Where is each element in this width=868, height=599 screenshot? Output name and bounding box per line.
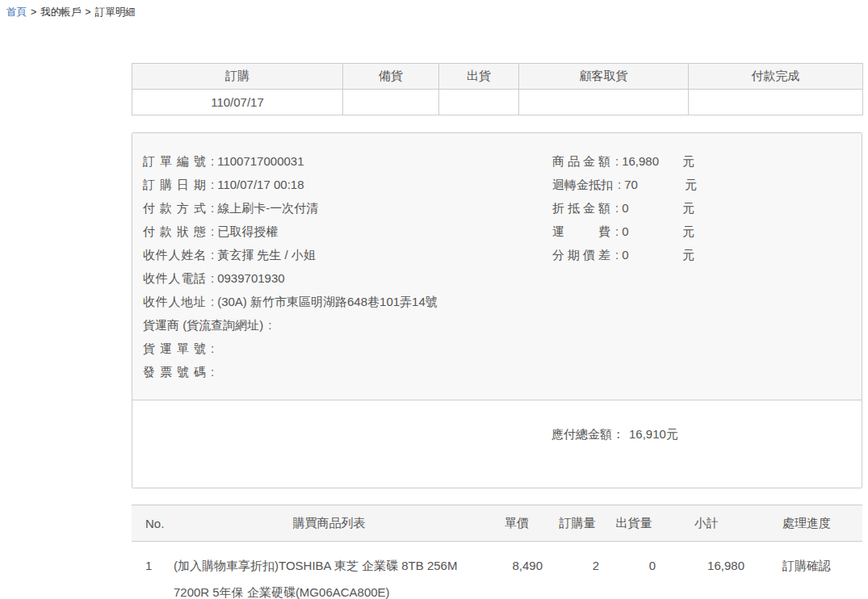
field-value: 已取得授權 — [217, 224, 278, 238]
product-header-name: 購買商品列表 — [174, 505, 484, 542]
field-label: 運費 — [552, 220, 610, 243]
status-value-ordered-date: 110/07/17 — [132, 90, 343, 115]
order-info-left-column: 訂單編號:1100717000031 訂購日期:110/07/17 00:18 … — [143, 149, 552, 383]
field-value: 線上刷卡-一次付清 — [217, 201, 318, 215]
status-value-customer-pickup — [519, 90, 689, 115]
field-payment-status: 付款狀態:已取得授權 — [143, 220, 552, 243]
field-recipient-phone: 收件人電話:0939701930 — [143, 266, 552, 290]
field-discount-amount: 折抵金額:0元 — [552, 196, 852, 220]
product-header-unit-price: 單價 — [484, 505, 549, 542]
breadcrumb-separator: > — [85, 6, 90, 18]
field-label: 迴轉金抵扣 — [552, 173, 613, 196]
status-value-shipped — [439, 90, 519, 115]
product-ship-qty: 0 — [606, 542, 662, 599]
field-label: 收件人電話 — [143, 266, 206, 290]
product-name: (加入購物車享折扣)TOSHIBA 東芝 企業碟 8TB 256M 7200R … — [174, 542, 484, 599]
status-header-row: 訂購 備貨 出貨 顧客取貨 付款完成 — [132, 64, 863, 90]
product-header-subtotal: 小計 — [662, 505, 751, 542]
field-value: 0939701930 — [217, 271, 284, 285]
status-value-row: 110/07/17 — [132, 90, 863, 115]
currency-unit: 元 — [682, 248, 694, 262]
breadcrumb-link-home[interactable]: 首頁 — [6, 6, 27, 18]
field-order-date: 訂購日期:110/07/17 00:18 — [143, 173, 552, 196]
order-info-right-column: 商品金額:16,980元 迴轉金抵扣:70元 折抵金額:0元 運費:0元 分期價… — [552, 149, 852, 383]
product-progress-status: 訂購確認 — [751, 542, 862, 599]
product-header-order-qty: 訂購量 — [549, 505, 606, 542]
field-value: (30A) 新竹市東區明湖路648巷101弄14號 — [217, 295, 438, 308]
field-invoice-number: 發票號碼: — [143, 360, 552, 383]
payable-total-row: 應付總金額：16,910元 — [132, 400, 862, 488]
field-tracking-number: 貨運單號: — [143, 337, 552, 360]
status-header-payment-complete: 付款完成 — [689, 64, 863, 90]
product-order-qty: 2 — [549, 542, 606, 599]
breadcrumb: 首頁>我的帳戶>訂單明細 — [0, 0, 868, 18]
field-label: 訂購日期 — [143, 173, 206, 196]
field-label: 收件人姓名 — [143, 243, 206, 266]
product-unit-price: 8,490 — [484, 542, 549, 599]
status-header-shipped: 出貨 — [439, 64, 519, 90]
order-status-table: 訂購 備貨 出貨 顧客取貨 付款完成 110/07/17 — [132, 63, 863, 115]
field-carrier: 貨運商 (貨流查詢網址): — [143, 313, 552, 337]
field-label: 分期價差 — [552, 243, 610, 266]
field-goods-amount: 商品金額:16,980元 — [552, 149, 852, 173]
status-value-preparing — [343, 90, 439, 115]
field-value: 0 — [622, 220, 682, 243]
field-value: 110/07/17 00:18 — [217, 178, 304, 191]
payable-total-label: 應付總金額： — [551, 427, 624, 441]
field-label: 訂單編號 — [143, 149, 206, 173]
field-value: 70 — [624, 173, 685, 196]
field-recipient-address: 收件人地址:(30A) 新竹市東區明湖路648巷101弄14號 — [143, 290, 552, 313]
field-value: 黃玄揮 先生 / 小姐 — [217, 248, 316, 262]
field-value: 0 — [622, 196, 682, 220]
order-info-panel: 訂單編號:1100717000031 訂購日期:110/07/17 00:18 … — [132, 132, 862, 488]
field-label: 商品金額 — [552, 149, 610, 173]
product-row: 1 (加入購物車享折扣)TOSHIBA 東芝 企業碟 8TB 256M 7200… — [132, 542, 862, 599]
field-shipping-fee: 運費:0元 — [552, 220, 852, 243]
field-payment-method: 付款方式:線上刷卡-一次付清 — [143, 196, 552, 220]
field-label: 付款方式 — [143, 196, 206, 220]
currency-unit: 元 — [682, 224, 694, 238]
field-value: 0 — [622, 243, 682, 266]
product-header-ship-qty: 出貨量 — [606, 505, 662, 542]
product-header-no: No. — [132, 505, 174, 542]
status-value-payment-complete — [689, 90, 863, 115]
field-recipient-name: 收件人姓名:黃玄揮 先生 / 小姐 — [143, 243, 552, 266]
status-header-ordered: 訂購 — [132, 64, 343, 90]
breadcrumb-separator: > — [31, 6, 36, 18]
product-table: No. 購買商品列表 單價 訂購量 出貨量 小計 處理進度 1 (加入購物車享折… — [132, 505, 862, 599]
field-value: 16,980 — [622, 149, 682, 173]
status-header-preparing: 備貨 — [343, 64, 439, 90]
breadcrumb-item-order-detail: 訂單明細 — [95, 6, 136, 18]
status-header-customer-pickup: 顧客取貨 — [519, 64, 689, 90]
breadcrumb-item-my-account: 我的帳戶 — [40, 6, 81, 18]
field-label: 付款狀態 — [143, 220, 206, 243]
field-label: 貨運商 (貨流查詢網址) — [143, 313, 263, 337]
currency-unit: 元 — [682, 154, 694, 168]
currency-unit: 元 — [685, 178, 697, 191]
field-label: 收件人地址 — [143, 290, 206, 313]
field-installment-difference: 分期價差:0元 — [552, 243, 852, 266]
field-label: 貨運單號 — [143, 337, 206, 360]
payable-total-value: 16,910元 — [629, 427, 678, 441]
field-label: 折抵金額 — [552, 196, 610, 220]
field-order-number: 訂單編號:1100717000031 — [143, 149, 552, 173]
product-header-progress: 處理進度 — [751, 505, 862, 542]
product-subtotal: 16,980 — [662, 542, 751, 599]
field-label: 發票號碼 — [143, 360, 206, 383]
field-value: 1100717000031 — [217, 154, 304, 168]
field-rebate-deduction: 迴轉金抵扣:70元 — [552, 173, 852, 196]
order-info-fields: 訂單編號:1100717000031 訂購日期:110/07/17 00:18 … — [132, 133, 862, 400]
currency-unit: 元 — [682, 201, 694, 215]
product-no: 1 — [132, 542, 174, 599]
product-table-header-row: No. 購買商品列表 單價 訂購量 出貨量 小計 處理進度 — [132, 505, 862, 542]
